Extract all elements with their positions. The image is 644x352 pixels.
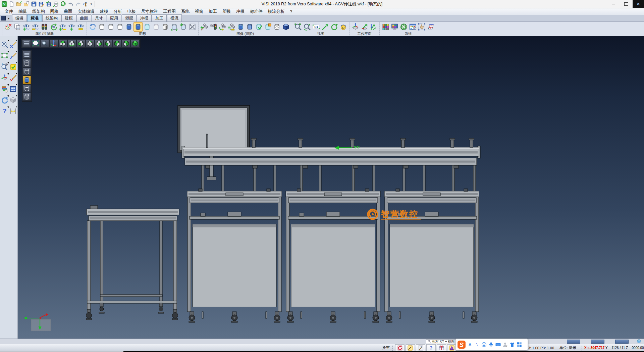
close-button[interactable]: ✕ [633, 0, 644, 8]
status-gift-button[interactable] [437, 344, 446, 352]
gfx-vcyl-outline-1-button[interactable] [23, 59, 31, 67]
qat-redo-icon[interactable] [75, 1, 82, 7]
gfx-vcyl-blue-3-button[interactable] [23, 76, 31, 84]
copy-props-button[interactable] [13, 22, 22, 32]
traffic-pair-button[interactable] [40, 22, 49, 32]
cyl-outline-button[interactable] [106, 22, 115, 32]
menu-item-17[interactable]: 模流分析 [265, 9, 287, 14]
status-wand-button[interactable] [406, 344, 415, 352]
qat-dropdown-icon[interactable]: ▼ [89, 3, 94, 6]
qat-save-as-icon[interactable] [38, 1, 45, 7]
cubes-wand-button[interactable] [200, 22, 209, 32]
view-triad-button[interactable] [49, 39, 58, 47]
monitor-colors-button[interactable] [390, 22, 399, 32]
view-face-button[interactable] [339, 22, 348, 32]
erase-pencil-button[interactable] [9, 40, 17, 49]
recycle-eye-button[interactable] [49, 22, 58, 32]
arrow-diag-button[interactable] [321, 22, 330, 32]
status-help-button[interactable]: ? [426, 344, 436, 352]
qat-preview-icon[interactable] [60, 1, 67, 7]
view-zoom-fly-button[interactable] [40, 39, 49, 47]
wp-axis-double-button[interactable] [369, 22, 378, 32]
tab-尺寸[interactable]: 尺寸 [92, 14, 106, 21]
cyl-cyan-button[interactable] [143, 22, 152, 32]
qat-save-icon[interactable] [31, 1, 37, 7]
rotate-cubes-button[interactable] [303, 22, 312, 32]
status-red-button[interactable] [395, 344, 405, 352]
cyl-striped-blue-button[interactable] [245, 22, 254, 32]
status-axe-button[interactable] [416, 344, 425, 352]
zoom-pm-button[interactable]: +− [0, 62, 9, 72]
gfx-vcyl-outline-4-button[interactable] [23, 84, 31, 92]
sogou-a-button[interactable]: A [467, 342, 473, 348]
view-shade-box-button[interactable] [31, 39, 40, 47]
menu-item-4[interactable]: 曲面 [61, 9, 75, 14]
wp-axis-arrow-button[interactable] [360, 22, 369, 32]
grid-red-button[interactable] [426, 22, 435, 32]
view-cube-right-button[interactable] [95, 39, 103, 47]
cyl-orange-box-button[interactable] [263, 22, 272, 32]
cube-navy-button[interactable] [281, 22, 290, 32]
view-cube-iso1-button[interactable] [113, 39, 121, 47]
eye-add-button[interactable] [22, 22, 31, 32]
cyl-white-button[interactable] [152, 22, 161, 32]
spline-pencil-button[interactable] [9, 73, 17, 83]
cubes-wand-pm-button[interactable] [227, 22, 236, 32]
wp-axis-cube-button[interactable] [351, 22, 360, 32]
menu-item-7[interactable]: 分析 [111, 9, 125, 14]
menu-item-2[interactable]: 线架构 [30, 9, 48, 14]
cube-gray-button[interactable] [9, 95, 17, 105]
menu-item-8[interactable]: 电极 [125, 9, 139, 14]
menu-item-11[interactable]: 系统 [178, 9, 192, 14]
qat-open-folder-icon[interactable] [16, 1, 22, 7]
qat-new-doc-icon[interactable] [8, 1, 15, 7]
sogou-s-button[interactable]: S [457, 340, 466, 349]
menu-item-0[interactable]: 文件 [2, 9, 16, 14]
cyl-blue-sel-button[interactable] [133, 22, 143, 32]
sogou-person-button[interactable]: 7 [502, 342, 508, 348]
cyl-check-button[interactable] [254, 22, 263, 32]
eye-minus-button[interactable] [76, 22, 85, 32]
select-hand-button[interactable] [417, 22, 426, 32]
qat-visi-tool-icon[interactable] [82, 1, 89, 7]
refresh-blue2-button[interactable] [0, 95, 9, 105]
tab-模流[interactable]: 模流 [167, 14, 182, 21]
help-button[interactable]: ? [0, 106, 9, 116]
cyl-trash-button[interactable] [179, 22, 188, 32]
curve-pencil-button[interactable] [9, 51, 17, 60]
layers-palette-button[interactable] [0, 84, 9, 94]
refresh-blue-button[interactable] [88, 22, 97, 32]
gfx-vcyl-striped-5-button[interactable] [23, 93, 31, 101]
view-cube-back-button[interactable] [86, 39, 94, 47]
status-pyramid-button[interactable] [447, 344, 457, 352]
qat-save-all-icon[interactable] [45, 1, 52, 7]
cyl-refresh-button[interactable] [170, 22, 179, 32]
cyl-outline-button[interactable] [115, 22, 124, 32]
confirm-check-button[interactable] [9, 62, 17, 72]
measure-button[interactable] [9, 106, 17, 116]
view-cube-left-button[interactable] [76, 39, 85, 47]
eye-plus-button[interactable] [67, 22, 76, 32]
tab-标准[interactable]: 标准 [27, 14, 42, 21]
qat-undo-icon[interactable] [67, 1, 74, 7]
move-triad-button[interactable] [0, 73, 9, 83]
zoom-window-button[interactable] [0, 51, 9, 60]
one-to-one-button[interactable]: 1:1 [312, 22, 321, 32]
sogou-shirt-button[interactable] [509, 342, 515, 348]
tab-曲面[interactable]: 曲面 [76, 14, 91, 21]
menu-item-12[interactable]: 视窗 [192, 9, 206, 14]
minimize-button[interactable] [607, 0, 620, 8]
cubes-refresh-button[interactable] [218, 22, 227, 32]
menu-item-5[interactable]: 实体编辑 [75, 9, 97, 14]
menu-item-1[interactable]: 编辑 [16, 9, 30, 14]
qat-folder-doc-icon[interactable] [23, 1, 30, 7]
sogou-smiley-button[interactable] [481, 342, 487, 348]
tabbar-dropdown-icon[interactable]: ▼ [7, 17, 10, 20]
brush-delete-button[interactable] [4, 22, 13, 32]
cyl-blue-button[interactable] [236, 22, 245, 32]
tab-加工[interactable]: 加工 [152, 14, 167, 21]
menu-item-15[interactable]: 冲模 [233, 9, 247, 14]
network-globe-icon[interactable] [637, 339, 641, 344]
menu-item-16[interactable]: 标准件 [247, 9, 265, 14]
tab-冲模[interactable]: 冲模 [137, 14, 152, 21]
